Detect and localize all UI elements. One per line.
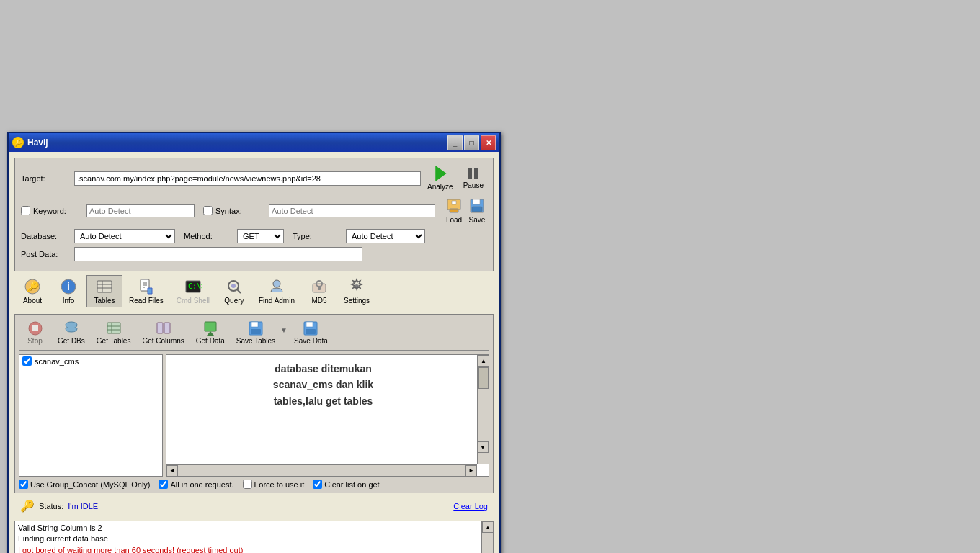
getdata-button[interactable]: Get Data [191, 318, 230, 347]
main-window: 🔑 Havij _ □ ✕ Target: Analyze [7, 132, 501, 553]
savedata-icon [303, 320, 318, 336]
gettables-button[interactable]: Get Tables [92, 318, 136, 347]
toolbar-findadmin[interactable]: Find Admin [252, 275, 301, 307]
database-select[interactable]: Auto Detect [74, 229, 175, 243]
settings-label: Settings [344, 297, 370, 305]
all-in-one-option[interactable]: All in one request. [159, 480, 233, 489]
log-area: Valid String Column is 2 Finding current… [14, 521, 494, 553]
force-label: Force to use it [254, 480, 305, 489]
load-label: Load [446, 216, 462, 224]
svg-rect-38 [205, 322, 216, 331]
load-button[interactable]: Load [444, 196, 464, 225]
svg-rect-37 [164, 323, 170, 333]
about-label: About [23, 297, 42, 305]
db-item-name: scanav_cms [35, 357, 79, 366]
clear-on-get-option[interactable]: Clear list on get [313, 480, 379, 489]
toolbar-md5[interactable]: MD5 [301, 275, 337, 307]
stop-button[interactable]: Stop [19, 318, 51, 347]
savedata-label: Save Data [294, 337, 328, 345]
status-left: 🔑 Status: I'm IDLE [20, 499, 98, 513]
syntax-input[interactable] [269, 204, 435, 217]
getcolumns-button[interactable]: Get Columns [137, 318, 189, 347]
getdbs-label: Get DBs [58, 337, 85, 345]
postdata-input[interactable] [74, 247, 362, 261]
settings-icon [348, 278, 365, 295]
scroll-down-button[interactable]: ▼ [477, 441, 489, 453]
window-title: Havij [27, 138, 48, 148]
stop-icon [27, 320, 43, 336]
clear-log-button[interactable]: Clear Log [453, 502, 488, 511]
toolbar-info[interactable]: i Info [50, 275, 86, 307]
force-checkbox[interactable] [243, 480, 252, 489]
getdata-label: Get Data [196, 337, 225, 345]
toolbar-readfiles[interactable]: Read Files [122, 275, 170, 307]
vertical-scrollbar[interactable]: ▲ ▼ [477, 355, 489, 464]
svg-rect-45 [306, 329, 316, 334]
savetables-button[interactable]: Save Tables [231, 318, 280, 347]
db-list[interactable]: scanav_cms [19, 354, 163, 477]
cmdshell-icon: C:\> [184, 278, 202, 295]
save-icon [468, 197, 486, 215]
db-item[interactable]: scanav_cms [19, 355, 162, 367]
type-select[interactable]: Auto Detect [346, 229, 425, 243]
scroll-track [178, 466, 466, 476]
scroll-up-button[interactable]: ▲ [478, 355, 489, 367]
status-icon: 🔑 [20, 499, 35, 513]
svg-rect-44 [306, 322, 313, 327]
keyword-checkbox[interactable] [21, 206, 30, 215]
maximize-button[interactable]: □ [464, 135, 479, 150]
clear-on-get-checkbox[interactable] [313, 480, 322, 489]
scrollbar-thumb[interactable] [478, 367, 489, 389]
group-concat-option[interactable]: Use Group_Concat (MySQL Only) [19, 480, 150, 489]
getdata-icon [202, 320, 218, 336]
postdata-label: Post Data: [21, 250, 71, 258]
tables-label: Tables [94, 297, 115, 305]
title-bar: 🔑 Havij _ □ ✕ [9, 133, 499, 152]
getdbs-button[interactable]: Get DBs [53, 318, 90, 347]
target-label: Target: [21, 174, 71, 183]
toolbar-query[interactable]: Query [216, 275, 252, 307]
scroll-right-button[interactable]: ► [466, 465, 477, 477]
group-concat-checkbox[interactable] [19, 480, 28, 489]
pause-button[interactable]: Pause [460, 166, 487, 191]
savetables-icon [248, 320, 264, 336]
close-button[interactable]: ✕ [481, 135, 496, 150]
svg-rect-27 [318, 287, 321, 290]
log-scrollbar[interactable]: ▲ [481, 521, 493, 553]
target-input[interactable] [74, 171, 421, 186]
status-label: Status: [39, 502, 63, 511]
svg-text:C:\>: C:\> [188, 282, 202, 290]
keyword-input[interactable] [86, 204, 195, 217]
syntax-checkbox[interactable] [203, 206, 213, 215]
title-controls: _ □ ✕ [447, 135, 496, 150]
info-icon: i [60, 278, 77, 295]
db-item-checkbox[interactable] [22, 356, 32, 366]
svg-rect-30 [32, 325, 38, 331]
keyword-label: Keyword: [33, 207, 84, 215]
save-button[interactable]: Save [467, 196, 487, 225]
toolbar-cmdshell[interactable]: C:\> Cmd Shell [170, 275, 216, 307]
target-section: Target: Analyze Pause Keywor [14, 158, 494, 271]
svg-marker-39 [207, 331, 214, 336]
svg-rect-10 [97, 281, 112, 292]
toolbar-settings[interactable]: Settings [337, 275, 376, 307]
analyze-button[interactable]: Analyze [424, 164, 457, 192]
toolbar-about[interactable]: 🔑 About [14, 275, 50, 307]
savedata-button[interactable]: Save Data [289, 318, 333, 347]
readfiles-icon [138, 278, 155, 295]
getdbs-icon [63, 320, 79, 336]
info-label: Info [63, 297, 75, 305]
method-select[interactable]: GET [237, 229, 284, 243]
all-in-one-label: All in one request. [170, 480, 233, 489]
svg-point-22 [231, 284, 236, 288]
svg-line-23 [237, 289, 241, 293]
all-in-one-checkbox[interactable] [159, 480, 168, 489]
force-option[interactable]: Force to use it [243, 480, 305, 489]
svg-rect-5 [472, 207, 482, 212]
horizontal-scrollbar[interactable]: ◄ ► [166, 464, 477, 476]
toolbar-tables[interactable]: Tables [86, 275, 122, 307]
minimize-button[interactable]: _ [447, 135, 463, 150]
analyze-label: Analyze [427, 183, 453, 191]
scroll-left-button[interactable]: ◄ [166, 465, 178, 477]
log-scroll-up[interactable]: ▲ [482, 521, 494, 533]
